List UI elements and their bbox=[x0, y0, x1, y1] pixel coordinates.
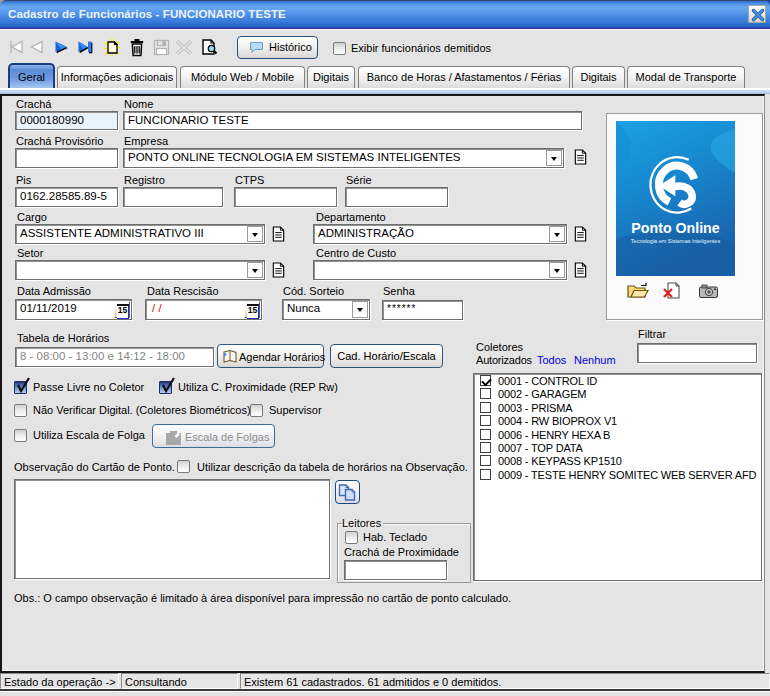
svg-text:Tecnologia em Sistemas Intelig: Tecnologia em Sistemas Inteligentes bbox=[631, 238, 721, 244]
svg-text:Ponto Online: Ponto Online bbox=[631, 220, 719, 236]
